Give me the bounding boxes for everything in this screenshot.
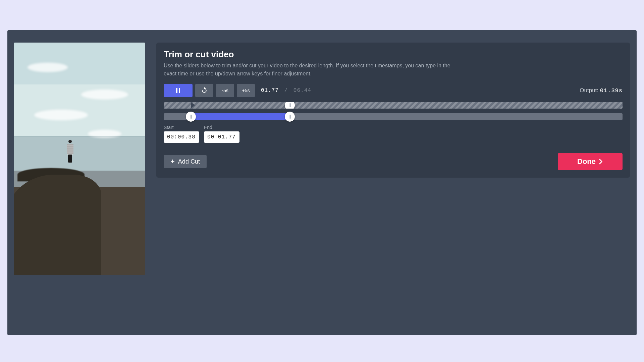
trim-panel: Trim or cut video Use the sliders below … — [156, 43, 630, 178]
plus-icon: + — [170, 158, 175, 165]
current-time: 01.77 — [261, 87, 279, 94]
panel-footer: + Add Cut Done — [164, 153, 623, 170]
panel-description: Use the sliders below to trim and/or cut… — [164, 62, 452, 78]
pause-button[interactable] — [164, 84, 193, 97]
start-label: Start — [164, 125, 199, 130]
restart-button[interactable] — [195, 84, 213, 97]
trim-range-fill — [191, 113, 290, 120]
done-label: Done — [577, 157, 596, 166]
end-label: End — [204, 125, 239, 130]
video-preview[interactable] — [14, 43, 145, 275]
start-time-input[interactable] — [164, 131, 199, 143]
trim-end-handle[interactable] — [285, 112, 295, 122]
skip-forward-button[interactable]: +5s — [237, 84, 255, 97]
video-trim-app: Trim or cut video Use the sliders below … — [7, 30, 637, 335]
trim-start-marker — [191, 102, 195, 109]
trim-start-handle[interactable] — [186, 112, 196, 122]
time-inputs: Start End — [164, 125, 623, 143]
trim-track[interactable] — [164, 113, 623, 120]
total-time: 06.44 — [293, 87, 311, 94]
time-display: 01.77 / 06.44 — [261, 87, 311, 94]
panel-title: Trim or cut video — [164, 49, 623, 60]
chevron-right-icon — [598, 159, 603, 165]
done-button[interactable]: Done — [558, 153, 623, 170]
add-cut-button[interactable]: + Add Cut — [164, 155, 207, 168]
skip-back-button[interactable]: -5s — [216, 84, 234, 97]
svg-rect-0 — [176, 88, 177, 93]
output-duration: Output: 01.39s — [580, 87, 623, 94]
pause-icon — [176, 88, 180, 93]
svg-rect-1 — [179, 88, 180, 93]
playhead-handle[interactable] — [285, 102, 295, 109]
add-cut-label: Add Cut — [178, 158, 200, 165]
restart-icon — [201, 87, 208, 94]
playback-track[interactable] — [164, 102, 623, 109]
end-time-input[interactable] — [204, 131, 239, 143]
time-separator: / — [284, 87, 288, 94]
playback-controls: -5s +5s 01.77 / 06.44 Output: 01.39s — [164, 84, 623, 97]
